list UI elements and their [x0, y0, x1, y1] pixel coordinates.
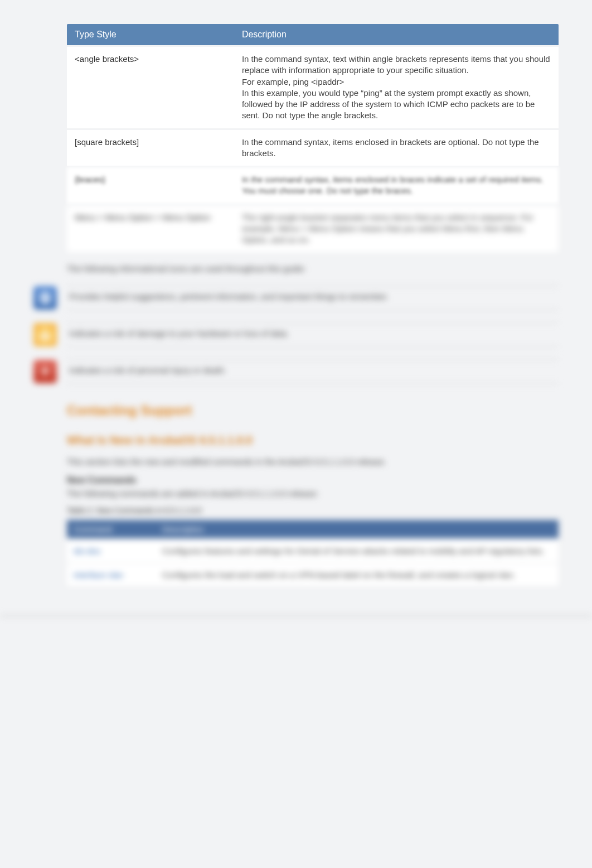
footer-rule	[0, 615, 592, 616]
danger-icon	[33, 360, 57, 383]
cell-style: {braces}	[67, 167, 234, 204]
document-body: Type Style Description <angle brackets> …	[67, 22, 559, 587]
syntax-conventions-table: Type Style Description <angle brackets> …	[67, 22, 559, 254]
table-caption: Table 2: New Commands in 6.5.1.1.0.0	[67, 506, 559, 515]
cell-style: [square brackets]	[67, 130, 234, 166]
col-description: Description	[234, 24, 559, 45]
svg-rect-4	[45, 333, 46, 337]
callout-text: Indicates a risk of damage to your hardw…	[67, 322, 559, 347]
cell-command: ids-dos	[67, 540, 156, 562]
note-icon	[33, 286, 57, 310]
cell-desc: Configures the load and switch on a VPN-…	[156, 564, 559, 586]
table-header-row: Command Description	[67, 520, 559, 538]
cell-desc: In the command syntax, items enclosed in…	[234, 167, 559, 204]
document-page: Type Style Description <angle brackets> …	[0, 0, 592, 650]
svg-rect-5	[45, 337, 46, 339]
cell-desc: In the command syntax, text within angle…	[234, 47, 559, 128]
cell-desc: Configures features and settings for Den…	[156, 540, 559, 562]
new-commands-heading: New Commands	[67, 475, 559, 485]
table-row: <angle brackets> In the command syntax, …	[67, 47, 559, 128]
table-row: interface vlan Configures the load and s…	[67, 564, 559, 586]
callout-text: Provides helpful suggestions, pertinent …	[67, 286, 559, 310]
new-commands-table: Command Description ids-dos Configures f…	[67, 518, 559, 587]
callout-warning: Indicates a risk of damage to your hardw…	[33, 322, 559, 347]
section-heading-contacting-support: Contacting Support	[67, 403, 559, 418]
cell-command: interface vlan	[67, 564, 156, 586]
svg-rect-2	[42, 297, 48, 298]
svg-rect-3	[42, 300, 47, 301]
cell-style: <angle brackets>	[67, 47, 234, 128]
table-row: ids-dos Configures features and settings…	[67, 540, 559, 562]
table-row: [square brackets] In the command syntax,…	[67, 130, 559, 166]
blurred-section: The following informational icons are us…	[67, 264, 559, 273]
cell-desc: The right-angle bracket separates menu i…	[234, 205, 559, 253]
cell-style: Menu > Menu Option > Menu Option	[67, 205, 234, 253]
blurred-callouts: Provides helpful suggestions, pertinent …	[67, 286, 559, 384]
table-row: {braces} In the command syntax, items en…	[67, 167, 559, 204]
table-row: Menu > Menu Option > Menu Option The rig…	[67, 205, 559, 253]
table-header-row: Type Style Description	[67, 24, 559, 45]
cell-desc: In the command syntax, items enclosed in…	[234, 130, 559, 166]
section-heading-whats-new: What Is New in ArubaOS 6.5.1.1.0.0	[67, 434, 559, 447]
col-type-style: Type Style	[67, 24, 234, 45]
col-command: Command	[67, 520, 156, 538]
callout-note: Provides helpful suggestions, pertinent …	[33, 286, 559, 310]
whats-new-subtext: This section lists the new and modified …	[67, 457, 559, 466]
callout-text: Indicates a risk of personal injury or d…	[67, 359, 559, 384]
callout-danger: Indicates a risk of personal injury or d…	[33, 359, 559, 384]
new-commands-subtext: The following commands are added in Arub…	[67, 489, 559, 498]
icons-intro: The following informational icons are us…	[67, 264, 559, 273]
svg-rect-1	[42, 295, 48, 296]
warning-icon	[33, 323, 57, 346]
blurred-sections: Contacting Support What Is New in ArubaO…	[67, 403, 559, 587]
col-description: Description	[156, 520, 559, 538]
